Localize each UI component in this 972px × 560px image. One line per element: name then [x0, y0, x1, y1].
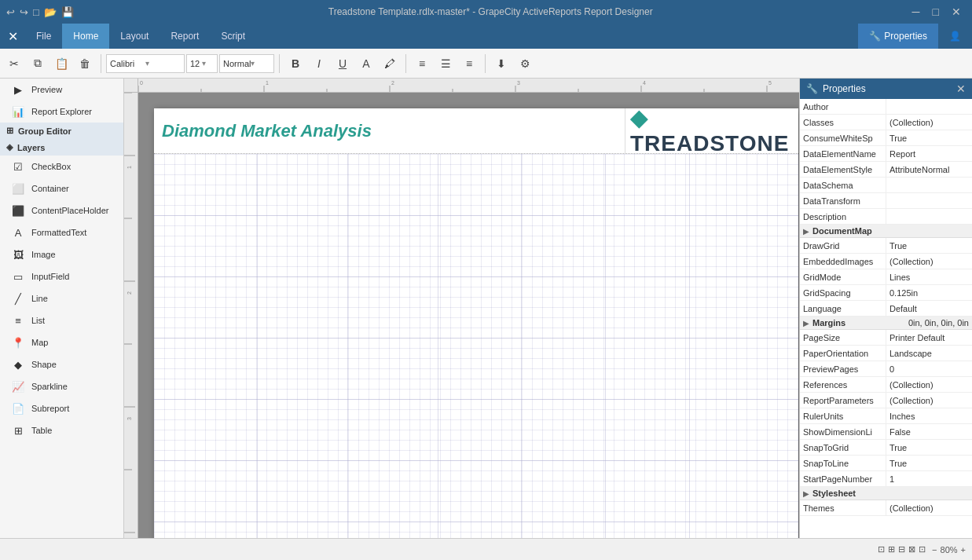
zoom-out-btn[interactable]: − [932, 545, 937, 555]
sidebar-item-subreport[interactable]: 📄 Subreport [0, 397, 123, 419]
prop-dataschema-value[interactable] [886, 178, 972, 192]
prop-showdimensionli[interactable]: ShowDimensionLi False [800, 424, 972, 440]
sidebar-item-report-explorer[interactable]: 📊 Report Explorer [0, 101, 123, 123]
align-right-btn[interactable]: ≡ [458, 53, 480, 75]
prop-embeddedimages-value[interactable]: (Collection) [886, 254, 972, 269]
prop-startpagenumber-value[interactable]: 1 [886, 471, 972, 486]
properties-close-btn[interactable]: ✕ [956, 82, 966, 95]
prop-description-value[interactable] [886, 209, 972, 224]
prop-margins-group[interactable]: ▶ Margins 0in, 0in, 0in, 0in [800, 317, 972, 330]
bold-btn[interactable]: B [284, 53, 306, 75]
undo-icon[interactable]: ↩ [6, 6, 15, 18]
prop-references-value[interactable]: (Collection) [886, 377, 972, 392]
prop-previewpages-value[interactable]: 0 [886, 361, 972, 376]
new-icon[interactable]: □ [33, 6, 39, 18]
prop-dataelementstyle[interactable]: DataElementStyle AttributeNormal [800, 162, 972, 178]
highlight-btn[interactable]: 🖍 [379, 53, 401, 75]
prop-paperorientation-value[interactable]: Landscape [886, 346, 972, 361]
sidebar-item-list[interactable]: ≡ List [0, 309, 123, 331]
prop-language-value[interactable]: Default [886, 301, 972, 316]
window-controls[interactable]: ─ □ ✕ [908, 4, 966, 20]
report-title[interactable]: Diamond Market Analysis [162, 121, 372, 141]
prop-rulerunits-value[interactable]: Inches [886, 408, 972, 423]
prop-showdimensionli-value[interactable]: False [886, 424, 972, 439]
prop-pagesize[interactable]: PageSize Printer Default [800, 330, 972, 346]
save-icon[interactable]: 💾 [61, 6, 74, 18]
redo-icon[interactable]: ↪ [20, 6, 28, 18]
prop-gridspacing[interactable]: GridSpacing 0.125in [800, 285, 972, 301]
prop-description[interactable]: Description [800, 209, 972, 225]
fit-page-icon[interactable]: ⊡ [878, 544, 885, 555]
italic-btn[interactable]: I [308, 53, 330, 75]
prop-embeddedimages[interactable]: EmbeddedImages (Collection) [800, 254, 972, 269]
prop-language[interactable]: Language Default [800, 301, 972, 317]
lock-icon[interactable]: ⊠ [908, 544, 915, 555]
prop-datatransform[interactable]: DataTransform [800, 193, 972, 209]
group-editor-header[interactable]: ⊞ Group Editor [0, 123, 123, 139]
prop-pagesize-value[interactable]: Printer Default [886, 330, 972, 345]
prop-author[interactable]: Author [800, 99, 972, 115]
prop-classes-value[interactable]: (Collection) [886, 115, 972, 130]
prop-snaptoline[interactable]: SnapToLine True [800, 456, 972, 471]
sidebar-item-formattedtext[interactable]: A FormattedText [0, 221, 123, 243]
prop-gridmode-value[interactable]: Lines [886, 269, 972, 284]
copy-btn[interactable]: ⧉ [27, 53, 49, 75]
sidebar-item-table[interactable]: ⊞ Table [0, 419, 123, 441]
sidebar-item-inputfield[interactable]: ▭ InputField [0, 265, 123, 287]
paste-btn[interactable]: 📋 [50, 53, 72, 75]
sidebar-item-image[interactable]: 🖼 Image [0, 243, 123, 265]
menu-report[interactable]: Report [160, 24, 210, 49]
size-dropdown[interactable]: 12 ▾ [186, 54, 218, 73]
prop-gridmode[interactable]: GridMode Lines [800, 269, 972, 285]
menu-file[interactable]: File [25, 24, 62, 49]
style-dropdown[interactable]: Normal ▾ [219, 54, 274, 73]
prop-drawgrid[interactable]: DrawGrid True [800, 238, 972, 254]
prop-dataelementname-value[interactable]: Report [886, 146, 972, 161]
fontcolor-btn[interactable]: A [355, 53, 377, 75]
menu-script[interactable]: Script [210, 24, 256, 49]
sidebar-item-container[interactable]: ⬜ Container [0, 178, 123, 199]
layers-header[interactable]: ◈ Layers [0, 139, 123, 156]
sidebar-item-line[interactable]: ╱ Line [0, 287, 123, 309]
prop-classes[interactable]: Classes (Collection) [800, 115, 972, 130]
prop-paperorientation[interactable]: PaperOrientation Landscape [800, 346, 972, 361]
expand-icon[interactable]: ⊡ [919, 544, 926, 555]
prop-consumewhitesp-value[interactable]: True [886, 130, 972, 145]
prop-reportparameters[interactable]: ReportParameters (Collection) [800, 393, 972, 408]
zoom-in-btn[interactable]: + [961, 545, 966, 555]
prop-snaptogrid[interactable]: SnapToGrid True [800, 440, 972, 456]
open-icon[interactable]: 📂 [44, 6, 57, 18]
prop-themes-value[interactable]: (Collection) [886, 500, 972, 515]
prop-startpagenumber[interactable]: StartPageNumber 1 [800, 471, 972, 487]
quick-access-toolbar[interactable]: ↩ ↪ □ 📂 💾 [6, 6, 74, 18]
settings-btn[interactable]: ⚙ [514, 53, 536, 75]
properties-toggle-btn[interactable]: 🔧 Properties [858, 24, 938, 49]
cut-btn[interactable]: ✂ [3, 53, 25, 75]
prop-stylesheet-group[interactable]: ▶ Stylesheet [800, 487, 972, 500]
export-btn[interactable]: ⬇ [490, 53, 512, 75]
close-btn[interactable]: ✕ [947, 4, 966, 20]
prop-snaptoline-value[interactable]: True [886, 456, 972, 470]
sidebar-item-preview[interactable]: ▶ Preview [0, 79, 123, 101]
delete-btn[interactable]: 🗑 [74, 53, 96, 75]
prop-author-value[interactable] [886, 99, 972, 114]
sidebar-item-map[interactable]: 📍 Map [0, 331, 123, 353]
prop-themes[interactable]: Themes (Collection) [800, 500, 972, 516]
user-icon-btn[interactable]: 👤 [938, 24, 972, 49]
prop-previewpages[interactable]: PreviewPages 0 [800, 361, 972, 377]
menu-close-btn[interactable]: ✕ [0, 24, 25, 49]
prop-dataelementstyle-value[interactable]: AttributeNormal [886, 162, 972, 177]
prop-rulerunits[interactable]: RulerUnits Inches [800, 408, 972, 424]
align-left-btn[interactable]: ≡ [411, 53, 433, 75]
prop-consumewhitesp[interactable]: ConsumeWhiteSp True [800, 130, 972, 146]
sidebar-item-shape[interactable]: ◆ Shape [0, 353, 123, 375]
prop-reportparameters-value[interactable]: (Collection) [886, 393, 972, 408]
prop-documentmap-group[interactable]: ▶ DocumentMap [800, 225, 972, 238]
minimize-btn[interactable]: ─ [908, 4, 925, 20]
menu-home[interactable]: Home [62, 24, 109, 49]
grid-canvas[interactable] [154, 154, 798, 538]
prop-dataschema[interactable]: DataSchema [800, 178, 972, 193]
snap-icon[interactable]: ⊟ [898, 544, 905, 555]
font-dropdown[interactable]: Calibri ▾ [106, 54, 185, 73]
sidebar-item-checkbox[interactable]: ☑ CheckBox [0, 156, 123, 178]
